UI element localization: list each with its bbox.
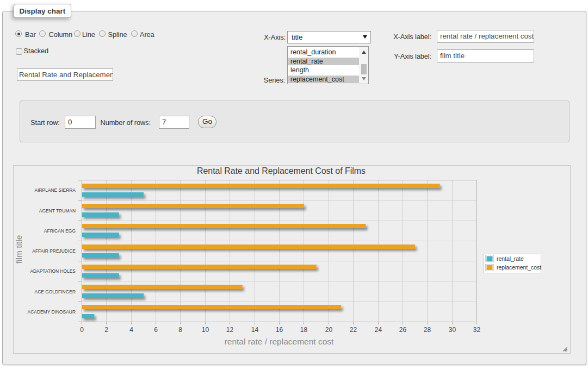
svg-text:film title: film title xyxy=(14,235,23,264)
svg-text:rental_rate: rental_rate xyxy=(497,256,524,262)
svg-text:rental rate / replacement cost: rental rate / replacement cost xyxy=(225,337,334,346)
svg-text:6: 6 xyxy=(154,326,158,334)
svg-text:AIRPLANE SIERRA: AIRPLANE SIERRA xyxy=(35,187,76,193)
svg-text:10: 10 xyxy=(202,326,209,334)
svg-text:replacement_cost: replacement_cost xyxy=(497,265,541,271)
svg-text:AFFAIR PREJUDICE: AFFAIR PREJUDICE xyxy=(32,248,76,254)
svg-text:2: 2 xyxy=(104,326,108,334)
svg-text:28: 28 xyxy=(424,326,431,334)
svg-text:20: 20 xyxy=(325,326,333,334)
svg-text:AGENT TRUMAN: AGENT TRUMAN xyxy=(39,208,76,214)
svg-text:18: 18 xyxy=(300,326,308,334)
svg-text:22: 22 xyxy=(350,326,357,334)
svg-text:30: 30 xyxy=(449,326,456,334)
svg-text:0: 0 xyxy=(80,326,84,334)
svg-text:14: 14 xyxy=(251,326,259,334)
svg-text:AFRICAN EGG: AFRICAN EGG xyxy=(44,228,76,234)
svg-text:Rental Rate and Replacement Co: Rental Rate and Replacement Cost of Film… xyxy=(197,166,366,175)
svg-text:24: 24 xyxy=(375,326,382,334)
svg-text:8: 8 xyxy=(178,326,182,334)
svg-text:26: 26 xyxy=(399,326,407,334)
svg-text:ACE GOLDFINGER: ACE GOLDFINGER xyxy=(35,289,76,294)
svg-text:32: 32 xyxy=(473,326,481,334)
svg-text:ACADEMY DINOSAUR: ACADEMY DINOSAUR xyxy=(28,309,76,315)
svg-text:12: 12 xyxy=(226,326,234,334)
svg-text:16: 16 xyxy=(276,326,283,334)
svg-text:ADAPTATION HOLES: ADAPTATION HOLES xyxy=(30,268,76,274)
svg-text:4: 4 xyxy=(129,326,133,334)
